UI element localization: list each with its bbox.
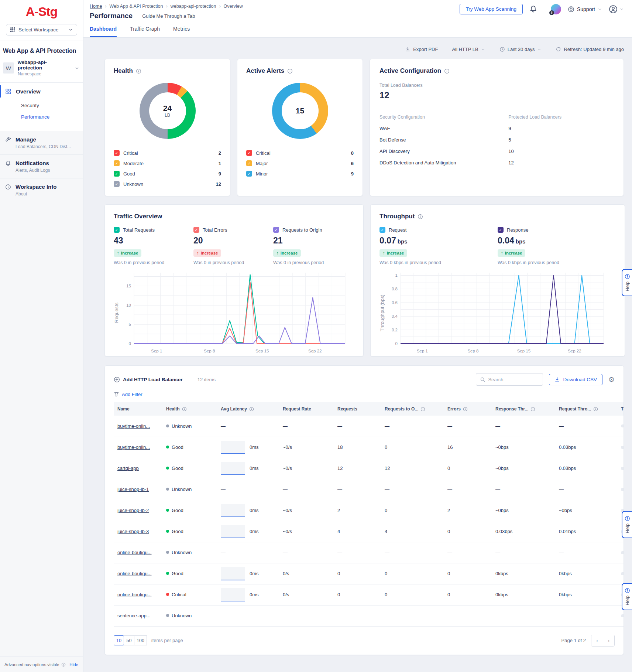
lb-name-link[interactable]: buytime-onlin... [117,423,150,429]
sidebar-item-overview[interactable]: Overview [0,83,83,100]
add-filter-button[interactable]: Add Filter [114,392,615,397]
search-input[interactable] [476,373,543,386]
notifications-bell-icon[interactable] [529,5,537,13]
breadcrumb-item[interactable]: Overview [224,4,243,9]
lb-name-link[interactable]: juice-shop-lb-1 [117,487,149,492]
support-menu[interactable]: Support [568,6,602,13]
column-header-requests-to-o-[interactable]: Requests to O... [381,402,444,416]
column-header-request-rate[interactable]: Request Rate [279,402,334,416]
stat-value: 21 [273,236,353,246]
column-header-requests[interactable]: Requests [334,402,381,416]
legend-checkbox[interactable]: ✓ [114,171,120,177]
org-avatar[interactable]: 8 [551,4,561,14]
time-range-dropdown[interactable]: Last 30 days [499,47,542,52]
lb-filter-dropdown[interactable]: All HTTP LB [452,47,485,52]
sidebar-item-security[interactable]: Security [0,100,83,111]
legend-checkbox[interactable]: ✓ [114,160,120,166]
legend-item: ✓Critical2 [114,148,221,158]
cell-health: Unknown [162,542,217,563]
series-checkbox[interactable]: ✓ [379,227,385,233]
cell-errors: 0 [444,458,492,479]
lb-name-link[interactable]: online-boutiqu... [117,592,152,597]
lb-name-link[interactable]: online-boutiqu... [117,550,152,555]
svg-text:0.4: 0.4 [392,314,398,318]
page-size-10[interactable]: 10 [114,635,124,645]
svg-text:0.2: 0.2 [392,328,398,332]
column-header-response-thr-[interactable]: Response Thr... [492,402,555,416]
sidebar-item-manage[interactable]: Manage Load Balancers, CDN Dist... [0,131,83,155]
lb-name-link[interactable]: juice-shop-lb-3 [117,529,149,534]
series-checkbox[interactable]: ✓ [498,227,504,233]
column-header-health[interactable]: Health [162,402,217,416]
cell-resp: 0.03bps [492,521,555,542]
breadcrumb-item[interactable]: Web App & API Protection [110,4,163,9]
hide-link[interactable]: Hide [69,662,78,667]
series-checkbox[interactable]: ✓ [193,227,199,233]
info-icon [593,407,598,412]
arrow-up-icon: ↑ [276,251,279,255]
tab-dashboard[interactable]: Dashboard [90,26,117,37]
prev-page-button[interactable]: ‹ [591,635,603,646]
lb-name-link[interactable]: juice-shop-lb-2 [117,508,149,513]
series-checkbox[interactable]: ✓ [273,227,279,233]
table-settings-gear-icon[interactable]: ⚙ [608,375,615,383]
namespace-selector[interactable]: W webapp-api-protection Namespace [0,59,83,82]
try-web-app-scanning-button[interactable]: Try Web App Scanning [460,4,523,14]
help-tab[interactable]: Help [622,511,632,538]
page-size-50[interactable]: 50 [124,635,134,645]
info-icon [463,407,468,412]
help-tab[interactable]: Help [622,269,632,296]
guide-me-link[interactable]: Guide Me Through a Tab [142,13,195,19]
config-protected-count: 10 [508,149,514,154]
export-pdf-button[interactable]: Export PDF [405,47,438,52]
stat-unit: bps [398,238,408,245]
latency-value: 0ms [250,529,259,534]
legend-label: Critical [256,150,271,156]
breadcrumb-item[interactable]: webapp-api-protection [171,4,216,9]
cell-requests: — [334,542,381,563]
table-row: buytime-onlin...Good0ms~0/s18016~0bps0.0… [114,437,624,458]
cell-resp: ~0bps [492,500,555,521]
breadcrumb-separator: › [105,4,106,9]
column-header-avg-latency[interactable]: Avg Latency [217,402,279,416]
legend-checkbox[interactable]: ✓ [114,181,120,187]
cell-health: Good [162,458,217,479]
legend-checkbox[interactable]: ✓ [114,150,120,156]
download-csv-button[interactable]: Download CSV [549,374,602,385]
page-title: Performance [90,12,133,20]
legend-checkbox[interactable]: ✓ [246,150,252,156]
legend-checkbox[interactable]: ✓ [246,171,252,177]
column-header-total-ale-[interactable]: Total Ale... [617,402,624,416]
page-size-100[interactable]: 100 [134,635,147,645]
legend-checkbox[interactable]: ✓ [246,160,252,166]
user-menu[interactable] [609,5,624,14]
cell-requests: 12 [334,458,381,479]
breadcrumb-item[interactable]: Home [90,4,102,9]
health-status-dot [166,551,169,554]
refresh-button[interactable]: Refresh: Updated 9 min ago [556,47,624,52]
health-status-label: Critical [172,592,186,597]
next-page-button[interactable]: › [603,635,614,646]
sidebar-item-notifications[interactable]: Notifications Alerts, Audit Logs [0,155,83,178]
tab-metrics[interactable]: Metrics [173,26,190,37]
column-header-request-thro-[interactable]: Request Thro... [555,402,617,416]
workspace-selector[interactable]: Select Workspace [6,24,77,35]
lb-name-link[interactable]: cartql-app [117,465,139,471]
lb-name-link[interactable]: sentence-app... [117,613,151,618]
table-row: online-boutiqu...Unknown——————— [114,542,624,563]
lb-name-link[interactable]: buytime-onlin... [117,444,150,450]
search-field[interactable] [488,377,536,382]
lb-name-link[interactable]: online-boutiqu... [117,571,152,576]
column-header-name[interactable]: Name [114,402,162,416]
latency-sparkline [221,588,245,601]
column-header-errors[interactable]: Errors [444,402,492,416]
cell-rate: — [279,605,334,626]
sidebar-item-workspace-info[interactable]: Workspace Info About [0,178,83,202]
add-http-lb-button[interactable]: Add HTTP Load Balancer [114,376,183,383]
help-tab[interactable]: Help [622,583,632,610]
tab-traffic-graph[interactable]: Traffic Graph [130,26,160,37]
cell-to_origin: 0 [381,584,444,605]
sidebar-item-performance[interactable]: Performance [0,111,83,123]
series-checkbox[interactable]: ✓ [114,227,120,233]
traffic-chart-ylabel: Requests [114,280,119,346]
